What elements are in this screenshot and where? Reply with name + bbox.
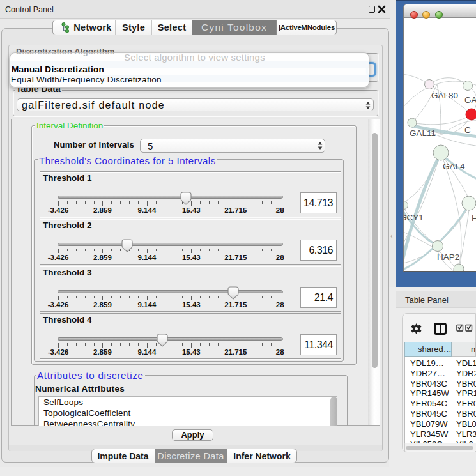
svg-text:GAL80: GAL80 [431, 91, 458, 100]
svg-text:C: C [464, 125, 471, 135]
svg-text:GAL11: GAL11 [410, 128, 436, 138]
svg-text:GCY1: GCY1 [404, 213, 424, 222]
svg-text:HAP2: HAP2 [437, 252, 459, 262]
svg-text:H: H [472, 213, 476, 223]
svg-text:GAL4: GAL4 [443, 162, 465, 171]
svg-text:GA: GA [464, 95, 476, 105]
